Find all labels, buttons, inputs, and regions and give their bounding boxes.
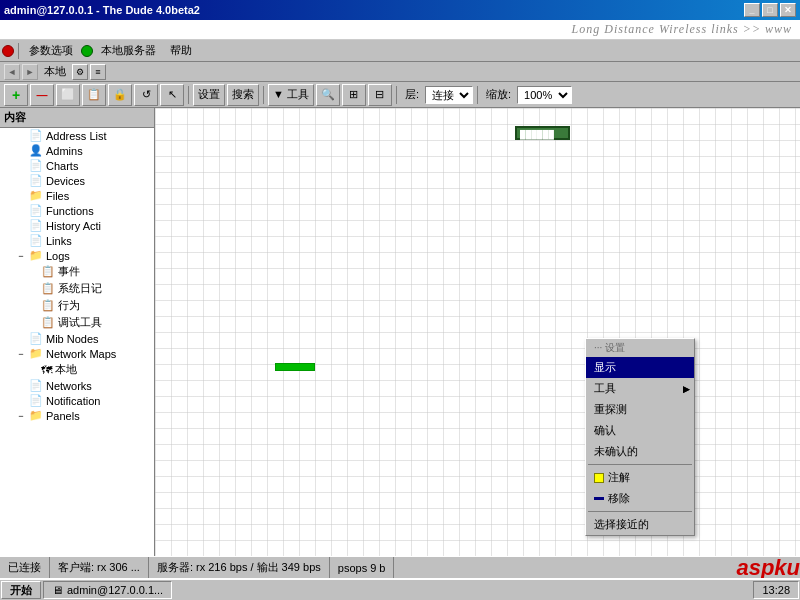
tb-tools-button[interactable]: ▼ 工具 xyxy=(268,84,314,106)
scan-button[interactable]: 🔍 xyxy=(316,84,340,106)
ctx-remove[interactable]: 移除 xyxy=(586,488,694,509)
sidebar-item-events[interactable]: 📋 事件 xyxy=(0,263,154,280)
statusbar: 已连接 客户端: rx 306 ... 服务器: rx 216 bps / 输出… xyxy=(0,556,800,578)
sidebar-item-panels[interactable]: − 📁 Panels xyxy=(0,408,154,423)
settings-small-button[interactable]: ⚙ xyxy=(72,64,88,80)
grid-background xyxy=(155,108,800,558)
sidebar-item-local[interactable]: 🗺 本地 xyxy=(0,361,154,378)
sidebar-header: 内容 xyxy=(0,108,154,128)
taskbar: 开始 🖥 admin@127.0.0.1... 13:28 xyxy=(0,578,800,600)
tb-search-button[interactable]: 搜索 xyxy=(227,84,259,106)
sidebar-item-devices[interactable]: 📄 Devices xyxy=(0,173,154,188)
menu-help[interactable]: 帮助 xyxy=(164,41,198,60)
menu-params[interactable]: 参数选项 xyxy=(23,41,79,60)
paste-button[interactable]: 📋 xyxy=(82,84,106,106)
title-text: admin@127.0.0.1 - The Dude 4.0beta2 xyxy=(4,4,200,16)
status-connected: 已连接 xyxy=(0,557,50,578)
minimize-button[interactable]: _ xyxy=(744,3,760,17)
breadcrumb-text: 本地 xyxy=(44,64,66,79)
ctx-note[interactable]: 注解 xyxy=(586,467,694,488)
start-button[interactable]: 开始 xyxy=(1,581,41,599)
sidebar-item-behavior[interactable]: 📋 行为 xyxy=(0,297,154,314)
status-extra: psops 9 b xyxy=(330,557,395,578)
toolbar-sep2 xyxy=(263,86,264,104)
menu-server[interactable]: 本地服务器 xyxy=(95,41,162,60)
remove-icon xyxy=(594,497,604,500)
toolbar-sep4 xyxy=(477,86,478,104)
aspku-logo: aspku xyxy=(736,557,800,579)
tb-settings-button[interactable]: 设置 xyxy=(193,84,225,106)
stop-icon[interactable] xyxy=(2,45,14,57)
titlebar: admin@127.0.0.1 - The Dude 4.0beta2 _ □ … xyxy=(0,0,800,20)
sidebar-item-notification[interactable]: 📄 Notification xyxy=(0,393,154,408)
add-button[interactable]: + xyxy=(4,84,28,106)
forward-button[interactable]: ► xyxy=(22,64,38,80)
sidebar-scroll[interactable]: 📄 Address List 👤 Admins 📄 Charts 📄 Devic… xyxy=(0,128,154,558)
refresh-button[interactable]: ↺ xyxy=(134,84,158,106)
header-logo: Long Distance Wireless links >> www xyxy=(572,22,792,37)
zoom-select[interactable]: 100% xyxy=(517,86,572,104)
toolbar-sep3 xyxy=(396,86,397,104)
sidebar-item-charts[interactable]: 📄 Charts xyxy=(0,158,154,173)
zoom-label: 缩放: xyxy=(482,87,515,102)
canvas-node-1[interactable]: ██████ xyxy=(515,126,570,140)
view-button[interactable]: ≡ xyxy=(90,64,106,80)
sidebar-item-logs[interactable]: − 📁 Logs xyxy=(0,248,154,263)
context-menu-header: ··· 设置 xyxy=(586,339,694,357)
taskbar-app[interactable]: 🖥 admin@127.0.0.1... xyxy=(43,581,172,599)
sidebar-item-networks[interactable]: 📄 Networks xyxy=(0,378,154,393)
toolbar-sep1 xyxy=(188,86,189,104)
sidebar: 内容 📄 Address List 👤 Admins 📄 Charts 📄 xyxy=(0,108,155,558)
note-icon xyxy=(594,473,604,483)
status-server: 服务器: rx 216 bps / 输出 349 bps xyxy=(149,557,330,578)
ctx-redetect[interactable]: 重探测 xyxy=(586,399,694,420)
layer-select[interactable]: 连接 xyxy=(425,86,473,104)
canvas-area[interactable]: ██████ ··· 设置 显示 工具 ▶ 重探测 确认 未确认的 xyxy=(155,108,800,558)
main-area: 内容 📄 Address List 👤 Admins 📄 Charts 📄 xyxy=(0,108,800,558)
status-client: 客户端: rx 306 ... xyxy=(50,557,149,578)
grid-button2[interactable]: ⊟ xyxy=(368,84,392,106)
toolbar: + — ⬜ 📋 🔒 ↺ ↖ 设置 搜索 ▼ 工具 🔍 ⊞ ⊟ 层: 连接 缩放:… xyxy=(0,82,800,108)
grid-button1[interactable]: ⊞ xyxy=(342,84,366,106)
ctx-sep2 xyxy=(588,511,692,512)
sidebar-item-admins[interactable]: 👤 Admins xyxy=(0,143,154,158)
ctx-display[interactable]: 显示 xyxy=(586,357,694,378)
ctx-select-near[interactable]: 选择接近的 xyxy=(586,514,694,535)
lock-button[interactable]: 🔒 xyxy=(108,84,132,106)
sidebar-item-network-maps[interactable]: − 📁 Network Maps xyxy=(0,346,154,361)
ctx-sep1 xyxy=(588,464,692,465)
sidebar-item-files[interactable]: 📁 Files xyxy=(0,188,154,203)
maximize-button[interactable]: □ xyxy=(762,3,778,17)
breadcrumb-bar: ◄ ► 本地 ⚙ ≡ xyxy=(0,62,800,82)
context-menu: ··· 设置 显示 工具 ▶ 重探测 确认 未确认的 注解 xyxy=(585,338,695,536)
window-controls: _ □ ✕ xyxy=(744,3,796,17)
ctx-tools[interactable]: 工具 ▶ xyxy=(586,378,694,399)
cursor-button[interactable]: ↖ xyxy=(160,84,184,106)
ctx-confirm[interactable]: 确认 xyxy=(586,420,694,441)
menu-separator xyxy=(18,43,19,59)
close-button[interactable]: ✕ xyxy=(780,3,796,17)
sidebar-item-links[interactable]: 📄 Links xyxy=(0,233,154,248)
canvas-node-2[interactable] xyxy=(275,363,315,371)
remove-button[interactable]: — xyxy=(30,84,54,106)
back-button[interactable]: ◄ xyxy=(4,64,20,80)
sidebar-item-address-list[interactable]: 📄 Address List xyxy=(0,128,154,143)
sidebar-item-history[interactable]: 📄 History Acti xyxy=(0,218,154,233)
sidebar-item-mib[interactable]: 📄 Mib Nodes xyxy=(0,331,154,346)
taskbar-clock: 13:28 xyxy=(753,581,799,599)
menubar: 参数选项 本地服务器 帮助 xyxy=(0,40,800,62)
status-icon xyxy=(81,45,93,57)
copy-button[interactable]: ⬜ xyxy=(56,84,80,106)
layer-label: 层: xyxy=(401,87,423,102)
sidebar-item-debug[interactable]: 📋 调试工具 xyxy=(0,314,154,331)
ctx-unconfirmed[interactable]: 未确认的 xyxy=(586,441,694,462)
sidebar-item-functions[interactable]: 📄 Functions xyxy=(0,203,154,218)
sidebar-item-syslog[interactable]: 📋 系统日记 xyxy=(0,280,154,297)
